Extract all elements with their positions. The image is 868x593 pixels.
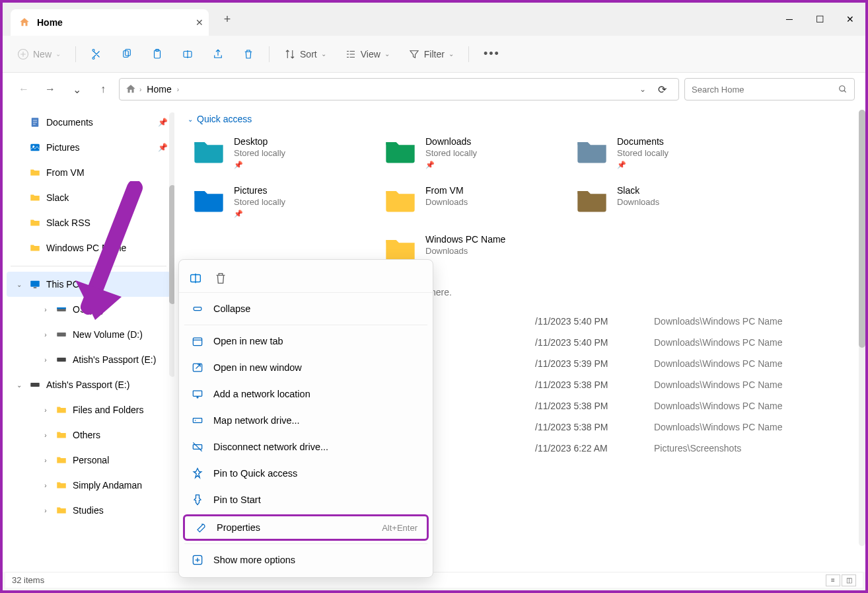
paste-button[interactable] bbox=[145, 44, 170, 64]
delete-button[interactable] bbox=[236, 44, 261, 64]
collapse-icon bbox=[191, 302, 204, 315]
svg-rect-10 bbox=[30, 281, 40, 287]
folder-icon bbox=[55, 479, 67, 491]
sidebar-item-os-c[interactable]: › OS (C:) bbox=[3, 297, 174, 322]
view-label: View bbox=[361, 49, 380, 59]
cm-open-new-tab[interactable]: Open in new tab bbox=[182, 328, 430, 354]
pin-icon: 📌 bbox=[234, 210, 285, 218]
sidebar-item-pictures[interactable]: Pictures 📌 bbox=[3, 135, 174, 160]
sidebar-item-studies[interactable]: › Studies bbox=[3, 498, 174, 523]
rename-button[interactable] bbox=[175, 44, 200, 64]
svg-rect-16 bbox=[30, 383, 40, 387]
search-input[interactable] bbox=[692, 85, 838, 95]
folder-icon bbox=[29, 192, 41, 204]
drive-icon bbox=[55, 354, 67, 366]
quick-access-item[interactable]: Documents Stored locally 📌 bbox=[571, 132, 756, 173]
back-button[interactable]: ← bbox=[13, 79, 34, 100]
view-button[interactable]: View ⌄ bbox=[338, 44, 396, 64]
svg-rect-2 bbox=[126, 49, 131, 56]
chevron-right-icon: › bbox=[41, 306, 50, 313]
sort-label: Sort bbox=[300, 49, 317, 59]
thumbnails-view-button[interactable]: ◫ bbox=[842, 574, 856, 586]
quick-access-item[interactable]: Downloads Stored locally 📌 bbox=[379, 132, 564, 173]
sidebar-item-windows-pc[interactable]: Windows PC Name bbox=[3, 235, 174, 260]
more-button[interactable]: ••• bbox=[477, 43, 507, 65]
filter-button[interactable]: Filter ⌄ bbox=[402, 44, 460, 64]
new-button[interactable]: New ⌄ bbox=[11, 44, 67, 64]
folder-icon bbox=[29, 242, 41, 254]
folder-icon bbox=[55, 504, 67, 516]
sidebar-item-atish-passport[interactable]: › Atish's Passport (E:) bbox=[3, 347, 174, 372]
cm-properties[interactable]: Properties Alt+Enter bbox=[183, 514, 429, 541]
breadcrumb-home[interactable]: Home bbox=[144, 83, 174, 96]
cm-pin-start[interactable]: Pin to Start bbox=[182, 487, 430, 513]
cm-open-new-window[interactable]: Open in new window bbox=[182, 354, 430, 381]
details-view-button[interactable]: ≡ bbox=[826, 574, 840, 586]
svg-rect-21 bbox=[193, 391, 201, 396]
cm-pin-quick[interactable]: Pin to Quick access bbox=[182, 460, 430, 487]
refresh-button[interactable]: ⟳ bbox=[651, 83, 673, 96]
copy-button[interactable] bbox=[114, 44, 139, 64]
status-count: 32 items bbox=[12, 575, 44, 585]
cm-collapse[interactable]: Collapse bbox=[182, 296, 430, 322]
chevron-right-icon: › bbox=[177, 86, 179, 93]
sidebar-item-documents[interactable]: Documents 📌 bbox=[3, 110, 174, 135]
chevron-right-icon: › bbox=[41, 356, 50, 364]
section-quick-access[interactable]: ⌄ Quick access bbox=[188, 114, 852, 124]
sidebar-item-files-folders[interactable]: › Files and Folders bbox=[3, 397, 174, 422]
svg-rect-13 bbox=[57, 307, 66, 309]
dropdown-chevron[interactable]: ⌄ bbox=[639, 85, 646, 94]
cm-add-network[interactable]: Add a network location bbox=[182, 381, 430, 407]
up-button[interactable]: ↑ bbox=[92, 79, 114, 100]
new-tab-button[interactable]: + bbox=[217, 13, 238, 26]
share-button[interactable] bbox=[205, 44, 231, 64]
cm-show-more[interactable]: Show more options bbox=[182, 547, 430, 573]
quick-access-item[interactable]: From VM Downloads bbox=[379, 181, 564, 222]
pin-start-icon bbox=[191, 493, 204, 506]
forward-button[interactable]: → bbox=[40, 79, 61, 100]
chevron-right-icon: › bbox=[41, 432, 50, 439]
map-drive-icon bbox=[191, 414, 204, 427]
drive-icon bbox=[55, 303, 67, 315]
recent-locations-button[interactable]: ⌄ bbox=[66, 79, 87, 100]
quick-access-item[interactable]: Slack Downloads bbox=[571, 181, 756, 222]
rename-icon[interactable] bbox=[188, 271, 203, 286]
chevron-right-icon: › bbox=[41, 507, 50, 514]
chevron-down-icon: ⌄ bbox=[15, 381, 24, 389]
pc-icon bbox=[29, 278, 41, 290]
folder-icon bbox=[192, 185, 226, 214]
search-box[interactable] bbox=[684, 78, 855, 100]
sidebar-item-slack-rss[interactable]: Slack RSS bbox=[3, 210, 174, 235]
pin-icon bbox=[191, 467, 204, 480]
sidebar-item-this-pc[interactable]: ⌄ This PC bbox=[7, 272, 170, 297]
tab-home[interactable]: Home ✕ bbox=[11, 9, 209, 36]
sidebar-item-new-volume[interactable]: › New Volume (D:) bbox=[3, 322, 174, 347]
sidebar-item-others[interactable]: › Others bbox=[3, 422, 174, 448]
minimize-button[interactable]: ─ bbox=[774, 6, 805, 32]
pin-icon: 📌 bbox=[617, 161, 669, 169]
cm-disconnect-drive[interactable]: Disconnect network drive... bbox=[182, 434, 430, 460]
trash-icon bbox=[242, 48, 254, 60]
sort-button[interactable]: Sort ⌄ bbox=[277, 44, 333, 64]
chevron-right-icon: › bbox=[41, 482, 50, 489]
chevron-right-icon: › bbox=[41, 331, 50, 338]
sidebar-item-from-vm[interactable]: From VM bbox=[3, 160, 174, 185]
svg-rect-11 bbox=[34, 288, 37, 289]
breadcrumb[interactable]: › Home › ⌄ ⟳ bbox=[119, 78, 679, 100]
close-window-button[interactable]: ✕ bbox=[835, 6, 865, 32]
quick-access-item[interactable]: Pictures Stored locally 📌 bbox=[188, 181, 373, 222]
cm-map-drive[interactable]: Map network drive... bbox=[182, 407, 430, 434]
cut-button[interactable] bbox=[84, 44, 109, 64]
trash-icon[interactable] bbox=[213, 271, 228, 286]
wrench-icon bbox=[194, 521, 207, 534]
sidebar-item-atish-passport-root[interactable]: ⌄ Atish's Passport (E:) bbox=[3, 372, 174, 397]
sidebar-item-personal[interactable]: › Personal bbox=[3, 448, 174, 473]
close-tab-button[interactable]: ✕ bbox=[196, 17, 203, 28]
quick-access-item[interactable]: Desktop Stored locally 📌 bbox=[188, 132, 373, 173]
svg-point-23 bbox=[195, 420, 196, 421]
sidebar-item-slack[interactable]: Slack bbox=[3, 185, 174, 210]
sidebar-item-simply-andaman[interactable]: › Simply Andaman bbox=[3, 473, 174, 498]
maximize-button[interactable]: ☐ bbox=[805, 6, 835, 32]
chevron-down-icon: ⌄ bbox=[15, 281, 24, 288]
filter-icon bbox=[408, 48, 420, 60]
